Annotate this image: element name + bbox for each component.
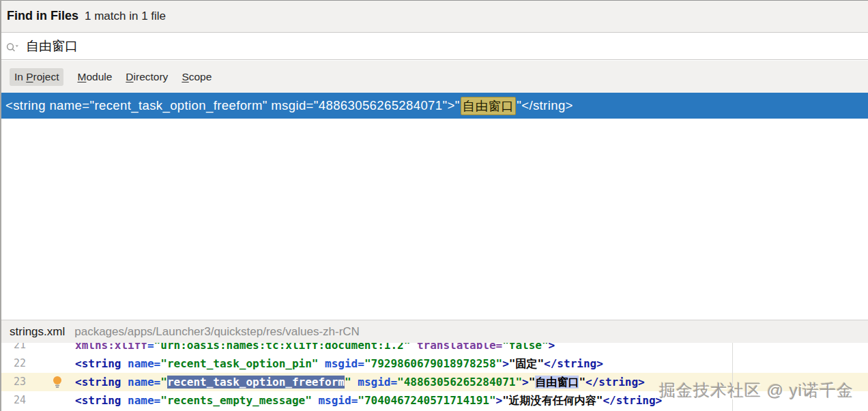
search-icon[interactable] xyxy=(5,42,20,53)
line-number: 23 xyxy=(0,373,26,391)
search-result-row[interactable]: <string name="recent_task_option_freefor… xyxy=(0,93,868,119)
code-token: msgid xyxy=(325,357,358,370)
result-text-suffix: "</string> xyxy=(517,98,573,113)
scope-tab-scope[interactable]: Scope xyxy=(182,71,212,83)
code-token: > xyxy=(549,343,555,352)
code-token: " xyxy=(579,376,585,389)
line-number: 21 xyxy=(0,343,26,354)
code-token xyxy=(351,376,358,389)
line-number: 24 xyxy=(0,391,26,410)
code-token xyxy=(121,357,128,370)
code-token: <string xyxy=(75,394,121,407)
window-top-border xyxy=(0,0,868,1)
intention-bulb-icon[interactable] xyxy=(52,376,63,389)
code-token: "48863056265284071" xyxy=(397,376,522,389)
window-left-border xyxy=(0,0,1,411)
code-token: = xyxy=(358,357,364,370)
code-token: "近期没有任何内容" xyxy=(502,394,603,407)
code-token xyxy=(318,357,325,370)
code-text: <string name="recents_empty_message" msg… xyxy=(75,391,662,410)
code-token xyxy=(312,394,319,407)
scope-tab-in-project[interactable]: In Project xyxy=(10,68,63,86)
preview-filename: strings.xml xyxy=(10,325,65,339)
result-match-highlight: 自由窗口 xyxy=(461,97,517,115)
code-token: = xyxy=(154,376,161,389)
code-line-22[interactable]: 22<string name="recent_task_option_pin" … xyxy=(0,354,868,373)
dialog-titlebar: Find in Files 1 match in 1 file xyxy=(0,0,868,33)
line-number: 22 xyxy=(0,354,26,373)
search-field-row[interactable]: 自由窗口 xyxy=(0,33,868,60)
scope-tab-module[interactable]: Module xyxy=(77,71,112,83)
code-token: </string> xyxy=(603,394,662,407)
code-token: " xyxy=(160,376,167,389)
preview-filepath: packages/apps/Launcher3/quickstep/res/va… xyxy=(74,325,360,339)
code-token: msgid xyxy=(358,376,390,389)
code-text: <string name="recent_task_option_freefor… xyxy=(75,373,645,391)
result-text-prefix: <string name="recent_task_option_freefor… xyxy=(5,98,460,113)
code-token: = xyxy=(154,357,161,370)
code-token: <string xyxy=(75,357,121,370)
code-token: "false" xyxy=(502,343,548,352)
code-line-21[interactable]: 21xmlns:xliff="urn:oasis:names:tc:xliff:… xyxy=(0,343,868,354)
code-token xyxy=(121,376,128,389)
code-token: > xyxy=(522,376,529,389)
code-token: "recent_task_option_pin" xyxy=(160,357,318,370)
code-token xyxy=(410,343,417,352)
code-token: = xyxy=(390,376,397,389)
scope-tab-directory[interactable]: Directory xyxy=(126,71,168,83)
code-token: name xyxy=(128,357,154,370)
code-token: xmlns:xliff xyxy=(75,343,147,352)
code-text: <string name="recent_task_option_pin" ms… xyxy=(75,354,603,373)
code-token: "recents_empty_message" xyxy=(160,394,312,407)
code-token: name xyxy=(128,376,154,389)
search-input[interactable]: 自由窗口 xyxy=(26,37,78,55)
code-token: > xyxy=(496,394,503,407)
code-token: "7929860679018978258" xyxy=(364,357,502,370)
code-token: " xyxy=(345,376,351,389)
code-token: = xyxy=(154,394,161,407)
code-token: = xyxy=(147,343,154,352)
code-token: msgid xyxy=(318,394,351,407)
code-token: " xyxy=(529,376,536,389)
result-summary: 1 match in 1 file xyxy=(85,10,166,23)
scope-tabs: In ProjectModuleDirectoryScope xyxy=(0,61,868,93)
preview-file-header: strings.xml packages/apps/Launcher3/quic… xyxy=(0,320,868,343)
code-token: "7040467240571714191" xyxy=(358,394,495,407)
code-token: name xyxy=(128,394,154,407)
dialog-title: Find in Files xyxy=(7,9,78,23)
code-token: </string> xyxy=(544,357,603,370)
code-token: <string xyxy=(75,376,121,389)
code-token: = xyxy=(351,394,358,407)
watermark: 掘金技术社区 @ yi诺千金 xyxy=(659,380,854,401)
code-token: "固定" xyxy=(509,357,544,370)
code-token: "urn:oasis:names:tc:xliff:document:1.2" xyxy=(154,343,411,352)
code-token xyxy=(121,394,128,407)
editor-match-highlight: 自由窗口 xyxy=(535,376,579,389)
code-token: > xyxy=(502,357,509,370)
code-token: </string> xyxy=(585,376,645,389)
code-token: translatable= xyxy=(417,343,502,352)
code-text: xmlns:xliff="urn:oasis:names:tc:xliff:do… xyxy=(75,343,555,354)
editor-selection: recent_task_option_freeform xyxy=(167,376,345,389)
